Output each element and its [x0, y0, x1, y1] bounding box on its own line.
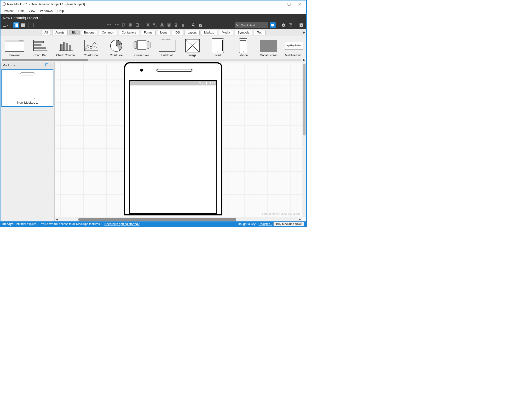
svg-rect-69	[46, 64, 48, 66]
lib-item-browser[interactable]: Browser	[2, 38, 27, 57]
lib-label: Chart: Line	[78, 54, 104, 57]
add-mockup-icon[interactable]	[31, 22, 37, 28]
undo-icon[interactable]	[107, 22, 112, 28]
svg-rect-51	[34, 41, 44, 43]
view-split-icon[interactable]	[13, 22, 19, 28]
libtab-text[interactable]: Text	[254, 30, 266, 35]
libtab-symbols[interactable]: Symbols	[235, 30, 252, 35]
libtab-containers[interactable]: Containers	[119, 30, 139, 35]
library-tabs-scroll-right-icon[interactable]: ▶	[303, 31, 305, 34]
svg-rect-12	[23, 25, 25, 27]
quick-add-input[interactable]: Quick Add	[235, 22, 268, 28]
android-phone-control[interactable]: 11:25	[124, 62, 222, 215]
scroll-left-icon[interactable]: ◀	[55, 218, 59, 221]
view-grid-icon[interactable]	[20, 22, 26, 28]
lib-label: Field Set	[154, 54, 180, 57]
bring-front-icon[interactable]	[159, 22, 165, 28]
lib-item-multiline-button[interactable]: Multiline ButtonSecond line of text Mult…	[281, 38, 306, 57]
paste-icon[interactable]	[134, 22, 140, 28]
canvas-horizontal-scrollbar[interactable]: ◀ ▶	[55, 217, 302, 221]
phone-status-time: 11:25	[208, 82, 215, 85]
zoom-icon[interactable]	[191, 22, 197, 28]
libtab-assets[interactable]: Assets	[52, 30, 68, 35]
svg-rect-22	[147, 24, 149, 26]
libtab-layout[interactable]: Layout	[185, 30, 200, 35]
libtab-forms[interactable]: Forms	[141, 30, 155, 35]
libtab-all[interactable]: All	[41, 30, 51, 35]
lib-label: Chart: Bar	[27, 54, 53, 57]
project-name-bar: New Balsamiq Project 1	[0, 14, 306, 21]
toggle-library-icon[interactable]	[270, 22, 276, 28]
signal-icon	[202, 82, 205, 84]
svg-line-3	[298, 3, 301, 5]
library-horizontal-scrollbar[interactable]	[2, 59, 301, 61]
canvas-vertical-scrollbar[interactable]	[302, 62, 306, 217]
copy-icon[interactable]	[121, 22, 126, 28]
lock-icon[interactable]	[173, 22, 179, 28]
svg-rect-31	[181, 24, 184, 24]
help-getting-started-link[interactable]: Need help getting started?	[104, 222, 140, 226]
libtab-media[interactable]: Media	[219, 30, 233, 35]
lib-item-modal-screen[interactable]: Modal Screen	[256, 38, 281, 57]
search-icon	[236, 24, 239, 27]
svg-rect-76	[206, 82, 207, 84]
menu-edit[interactable]: Edit	[16, 8, 26, 13]
ungroup-icon[interactable]	[152, 22, 158, 28]
libtab-markup[interactable]: Markup	[201, 30, 217, 35]
markup-toggle-icon[interactable]	[198, 22, 203, 28]
window-maximize-button[interactable]	[284, 1, 294, 7]
properties-panel-icon[interactable]	[288, 22, 294, 28]
lib-item-chart-pie[interactable]: Chart: Pie	[104, 38, 129, 57]
svg-rect-20	[137, 23, 138, 24]
hamburger-menu-icon[interactable]: ▾	[2, 22, 8, 28]
canvas[interactable]: 11:25 ◀ ▶ qingruanit.net 0532-85025005	[55, 62, 306, 221]
lib-item-image[interactable]: Image	[180, 38, 205, 57]
navigator-panel: Mockups New Mockup 1	[0, 62, 55, 221]
group-icon[interactable]	[145, 22, 151, 28]
menu-help[interactable]: Help	[55, 8, 66, 13]
main-toolbar: ▾ Quick Add i	[0, 21, 306, 29]
svg-line-33	[194, 25, 195, 27]
libtab-common[interactable]: Common	[99, 30, 117, 35]
lib-item-cover-flow[interactable]: Cover Flow	[129, 38, 154, 57]
navigator-view-toggle-icon[interactable]	[45, 63, 48, 67]
trash-icon[interactable]	[180, 22, 186, 28]
register-link[interactable]: Register...	[259, 222, 272, 226]
fullscreen-present-icon[interactable]	[299, 22, 304, 28]
info-icon[interactable]: i	[281, 22, 286, 28]
window-title: New Mockup 1 - New Balsamiq Project 1 - …	[7, 2, 85, 6]
lib-item-ipad[interactable]: iPad	[205, 38, 231, 57]
lib-item-chart-bar[interactable]: Chart: Bar	[27, 38, 53, 57]
navigator-list-icon[interactable]	[50, 63, 52, 67]
svg-rect-77	[206, 82, 207, 82]
bought-key-text: Bought a key?	[238, 222, 257, 226]
library-category-tabs: All Assets Big Buttons Common Containers…	[0, 29, 306, 36]
lib-item-iphone[interactable]: iPhone	[231, 38, 256, 57]
lib-item-chart-line[interactable]: Chart: Line	[78, 38, 104, 57]
libtab-big[interactable]: Big	[69, 30, 80, 35]
menu-windows[interactable]: Windows	[38, 8, 55, 13]
buy-mockups-button[interactable]: Buy Mockups Now!	[273, 222, 304, 226]
svg-marker-63	[133, 41, 136, 49]
svg-rect-18	[129, 23, 132, 26]
libtab-buttons[interactable]: Buttons	[81, 30, 97, 35]
svg-rect-75	[204, 83, 204, 84]
redo-icon[interactable]	[114, 22, 119, 28]
battery-icon	[206, 82, 207, 84]
menubar: Project Edit View Windows Help	[0, 8, 306, 14]
menu-project[interactable]: Project	[1, 8, 16, 13]
library-scroll-right-icon[interactable]: ▶	[303, 58, 305, 62]
libtab-icons[interactable]: Icons	[157, 30, 170, 35]
window-minimize-button[interactable]	[273, 1, 284, 7]
send-back-icon[interactable]	[166, 22, 172, 28]
mockup-thumbnail[interactable]: New Mockup 1	[1, 69, 53, 107]
copy-alt-icon[interactable]	[127, 22, 133, 28]
lib-item-field-set[interactable]: Group Name Field Set	[154, 38, 180, 57]
libtab-ios[interactable]: iOS	[172, 30, 183, 35]
svg-rect-25	[161, 23, 163, 26]
trial-days: 30 days	[2, 222, 13, 226]
window-close-button[interactable]	[294, 1, 305, 7]
lib-item-chart-column[interactable]: Chart: Column	[53, 38, 78, 57]
menu-view[interactable]: View	[26, 8, 38, 13]
scroll-right-icon[interactable]: ▶	[298, 218, 302, 221]
